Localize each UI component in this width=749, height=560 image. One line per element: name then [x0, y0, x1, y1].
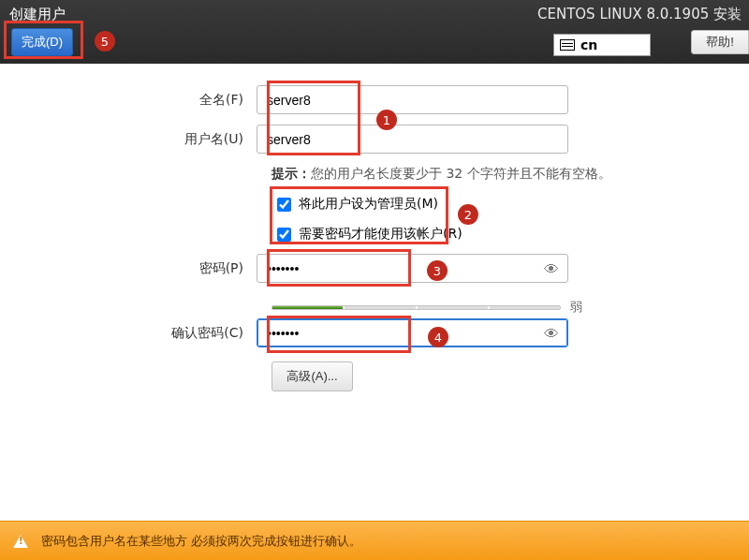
warning-footer: 密码包含用户名在某些地方 必须按两次完成按钮进行确认。 https://blog… — [0, 521, 749, 560]
strength-seg-2 — [345, 306, 417, 309]
confirm-password-input[interactable] — [257, 318, 568, 347]
form-body: 全名(F) 用户名(U) 1 提示：您的用户名长度要少于 32 个字符并且不能有… — [0, 64, 749, 521]
eye-icon[interactable]: 👁 — [544, 259, 559, 277]
require-password-checkbox[interactable] — [277, 228, 291, 242]
warning-text: 密码包含用户名在某些地方 必须按两次完成按钮进行确认。 — [41, 533, 361, 550]
keyboard-layout-label: cn — [580, 37, 597, 52]
annotation-badge-5: 5 — [95, 31, 115, 52]
keyboard-icon — [560, 39, 575, 51]
strength-seg-3 — [418, 306, 490, 309]
fullname-label: 全名(F) — [0, 92, 257, 109]
username-input[interactable] — [257, 125, 568, 154]
username-hint: 提示：您的用户名长度要少于 32 个字符并且不能有空格。 — [272, 166, 611, 183]
advanced-button[interactable]: 高级(A)... — [272, 361, 353, 391]
password-input[interactable] — [257, 254, 568, 283]
strength-label: 弱 — [570, 299, 582, 316]
strength-bar — [272, 305, 561, 310]
fullname-input[interactable] — [257, 85, 568, 114]
strength-seg-4 — [490, 306, 560, 309]
annotation-badge-2: 2 — [458, 204, 478, 225]
keyboard-layout-indicator[interactable]: cn — [553, 34, 651, 56]
password-label: 密码(P) — [0, 260, 257, 277]
page-title: 创建用户 — [9, 6, 66, 23]
help-button[interactable]: 帮助! — [691, 30, 749, 54]
warning-icon — [13, 535, 28, 548]
done-button[interactable]: 完成(D) — [11, 28, 73, 56]
eye-icon[interactable]: 👁 — [544, 324, 559, 342]
hint-label: 提示： — [272, 166, 311, 181]
admin-checkbox[interactable] — [277, 198, 291, 212]
confirm-password-label: 确认密码(C) — [0, 325, 257, 342]
installer-subtitle: CENTOS LINUX 8.0.1905 安装 — [537, 6, 742, 23]
hint-text: 您的用户名长度要少于 32 个字符并且不能有空格。 — [311, 166, 611, 181]
password-strength-meter: 弱 — [272, 299, 582, 316]
admin-checkbox-label: 将此用户设为管理员(M) — [299, 196, 438, 213]
username-label: 用户名(U) — [0, 131, 257, 148]
header-bar: 创建用户 CENTOS LINUX 8.0.1905 安装 完成(D) cn 帮… — [0, 0, 749, 64]
require-password-checkbox-label: 需要密码才能使用该帐户(R) — [299, 226, 463, 243]
strength-seg-1 — [272, 306, 345, 309]
